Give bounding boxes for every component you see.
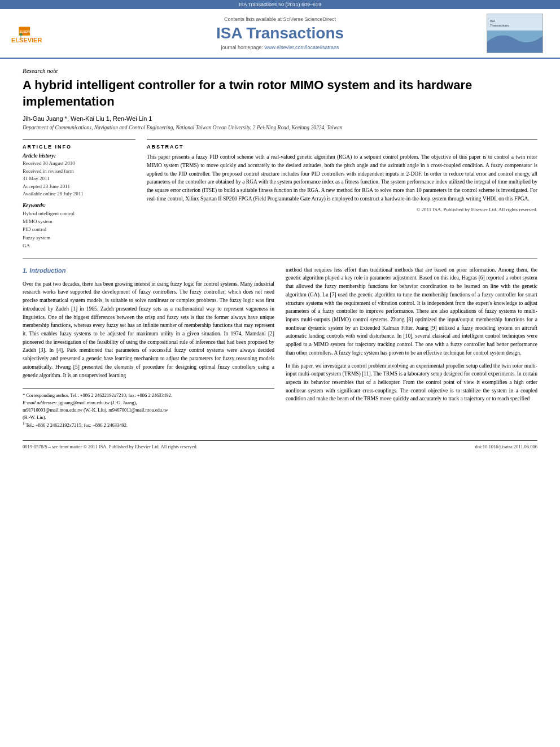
homepage-link[interactable]: www.elsevier.com/locate/isatrans (265, 45, 339, 50)
page-wrapper: ISA Transactions 50 (2011) 609–619 ELSEV… (0, 0, 560, 747)
journal-homepage: journal homepage: www.elsevier.com/locat… (221, 45, 339, 50)
journal-header-center: Contents lists available at SciVerse Sci… (79, 14, 481, 53)
authors-text: Jih-Gau Juang *, Wen-Kai Liu 1, Ren-Wei … (23, 115, 152, 122)
homepage-label: journal homepage: (221, 45, 263, 50)
footnote-email3: (R.-W. Lin). (23, 414, 46, 420)
copyright-line: © 2011 ISA. Published by Elsevier Ltd. A… (147, 207, 537, 212)
body-section: 1. Introduction Over the past two decade… (23, 259, 537, 429)
available-date: Available online 28 July 2011 (23, 191, 83, 196)
svg-text:ELSEVIER: ELSEVIER (20, 30, 34, 33)
sciverse-prefix: Contents lists available at SciVerse Sci… (224, 16, 336, 22)
introduction-title: 1. Introduction (23, 266, 274, 276)
article-info-header: ARTICLE INFO (23, 144, 135, 150)
footnote-email1: jgjuang@mail.ntou.edu.tw (J.-G. Juang), (58, 400, 137, 405)
footnote-divider: * Corresponding author. Tel.: +886 2 246… (23, 388, 274, 429)
svg-point-3 (19, 33, 23, 35)
footnote-email-label: E-mail addresses: (23, 400, 57, 405)
elsevier-text: ELSEVIER (11, 37, 62, 43)
abstract-column: ABSTRACT This paper presents a fuzzy PID… (147, 139, 537, 250)
keyword-2: MIMO system (23, 217, 135, 225)
footnote-email2: m91710001@mail.ntou.edu.tw (W.-K. Liu), … (23, 407, 168, 413)
footer-issn: 0019-0578/$ – see front matter © 2011 IS… (23, 444, 198, 449)
introduction-col1-text: Over the past two decades, there has bee… (23, 280, 274, 380)
keywords-list: Hybrid intelligent control MIMO system P… (23, 209, 135, 250)
body-left-column: 1. Introduction Over the past two decade… (23, 266, 274, 429)
keyword-3: PID control (23, 225, 135, 233)
affiliation: Department of Communications, Navigation… (23, 125, 537, 130)
svg-text:Transactions: Transactions (490, 24, 509, 27)
article-info-column: ARTICLE INFO Article history: Received 3… (23, 139, 135, 250)
authors: Jih-Gau Juang *, Wen-Kai Liu 1, Ren-Wei … (23, 115, 537, 122)
sciverse-line: Contents lists available at SciVerse Sci… (224, 16, 336, 22)
journal-citation: ISA Transactions 50 (2011) 609–619 (239, 2, 321, 7)
journal-header-right: ISA Transactions (481, 14, 549, 53)
cover-svg: ISA Transactions (487, 14, 542, 53)
journal-title-display: ISA Transactions (216, 24, 344, 42)
keywords-label: Keywords: (23, 203, 135, 208)
keyword-1: Hybrid intelligent control (23, 209, 135, 217)
keyword-4: Fuzzy system (23, 234, 135, 242)
svg-text:ISA: ISA (490, 19, 496, 23)
info-abstract-section: ARTICLE INFO Article history: Received 3… (23, 139, 537, 250)
research-note-label: Research note (23, 67, 537, 74)
keyword-5: GA (23, 242, 135, 250)
accepted-date: Accepted 23 June 2011 (23, 184, 70, 189)
footer-doi: doi:10.1016/j.isatra.2011.06.006 (475, 444, 537, 449)
received-revised-label: Received in revised form (23, 168, 74, 174)
article-history-label: Article history: (23, 153, 135, 159)
introduction-col2-text: method that requires less effort than tr… (286, 266, 537, 357)
keywords-section: Keywords: Hybrid intelligent control MIM… (23, 203, 135, 250)
footer-bar: 0019-0578/$ – see front matter © 2011 IS… (23, 440, 537, 449)
journal-top-bar: ISA Transactions 50 (2011) 609–619 (0, 0, 560, 9)
body-right-column: method that requires less effort than tr… (286, 266, 537, 429)
article-dates: Received 30 August 2010 Received in revi… (23, 160, 135, 198)
elsevier-logo: ELSEVIER ELSEVIER (11, 24, 62, 43)
abstract-header: ABSTRACT (147, 144, 537, 150)
received-date: Received 30 August 2010 (23, 160, 75, 166)
article-title: A hybrid intelligent controller for a tw… (23, 77, 537, 110)
footnote-1: 1 Tel.: +886 2 24622192x7215; fax: +886 … (23, 421, 274, 429)
footnote-star: * Corresponding author. Tel.: +886 2 246… (23, 392, 274, 421)
introduction-col2-text2: In this paper, we investigate a control … (286, 362, 537, 404)
journal-cover-image: ISA Transactions (487, 14, 543, 53)
journal-header-left: ELSEVIER ELSEVIER (11, 14, 79, 53)
journal-header: ELSEVIER ELSEVIER Contents lists availab… (0, 9, 560, 59)
abstract-text: This paper presents a fuzzy PID control … (147, 153, 537, 203)
revised-date: 31 May 2011 (23, 176, 50, 181)
main-content: Research note A hybrid intelligent contr… (0, 59, 560, 461)
